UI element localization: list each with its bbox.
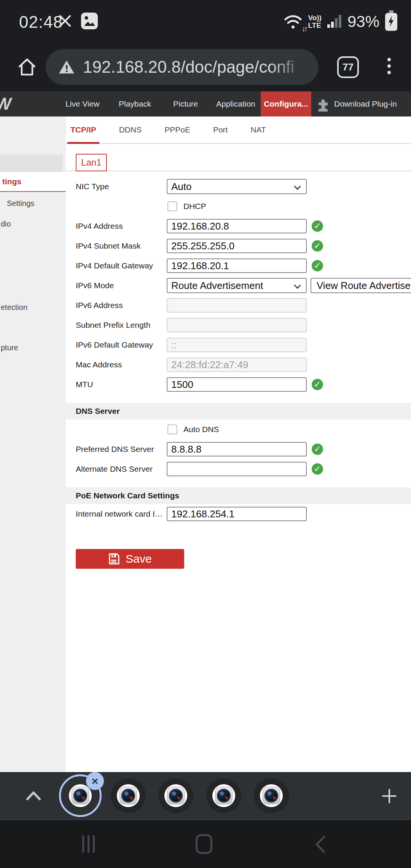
- screenshot-image-icon: [81, 12, 98, 31]
- form-row-auto-dns: Auto DNS: [66, 420, 411, 439]
- form-row-ipv6-mode: IPv6 ModeRoute AdvertisementView Route A…: [66, 276, 411, 295]
- camera-tile: [215, 787, 233, 804]
- volte-icon: Vo)) LTE: [308, 14, 322, 29]
- ipv4-subnet-mask-input[interactable]: 255.255.255.0: [167, 239, 307, 253]
- ipv4-address-input[interactable]: 192.168.20.8: [167, 219, 307, 233]
- download-plugin-link[interactable]: Download Plug-in: [334, 91, 397, 116]
- camera-disc: [69, 784, 92, 807]
- android-home-button[interactable]: [196, 834, 212, 854]
- form-row-ipv4-subnet-mask: IPv4 Subnet Mask255.255.255.0✓: [66, 236, 411, 256]
- form-row-internal-network-card-ipv4: Internal network card IPv4...192.168.254…: [66, 504, 411, 524]
- tab-ddns[interactable]: DDNS: [116, 116, 145, 143]
- tab-count-button[interactable]: 77: [337, 56, 359, 78]
- ipv6-mode-select[interactable]: Route Advertisement: [167, 278, 307, 293]
- camera-disc: [164, 784, 187, 807]
- nav-picture[interactable]: Picture: [173, 91, 198, 116]
- camera-tile: [119, 787, 137, 804]
- insecure-warning-icon: [59, 60, 75, 74]
- save-button[interactable]: Save: [76, 549, 184, 569]
- url-text: 192.168.20.8/doc/page/confi: [83, 57, 294, 77]
- floating-camera-dock: ×: [0, 772, 411, 819]
- sidebar-item-etection[interactable]: etection: [1, 303, 27, 312]
- camera-disc: [260, 784, 283, 807]
- camera-tile: [72, 787, 89, 804]
- field-label: IPv4 Default Gateway: [66, 261, 167, 270]
- camera-app-icon-4[interactable]: [206, 778, 241, 813]
- camera-app-icon-3[interactable]: [158, 778, 193, 813]
- url-bar[interactable]: 192.168.20.8/doc/page/confi: [46, 49, 318, 85]
- camera-app-icon-2[interactable]: [111, 778, 146, 813]
- field-label: Preferred DNS Server: [66, 445, 167, 454]
- camera-disc: [117, 784, 140, 807]
- wifi-traffic-arrows-icon: ↓↑: [301, 24, 306, 33]
- alternate-dns-server-input[interactable]: [167, 462, 307, 476]
- settings-content: TCP/IPDDNSPPPoEPortNAT Lan1 NIC TypeAuto…: [66, 116, 411, 772]
- internal-network-card-ipv4-input[interactable]: 192.168.254.1: [167, 507, 307, 521]
- field-label: IPv4 Address: [66, 222, 167, 231]
- field-label: Subnet Prefix Length: [66, 321, 167, 330]
- subnet-prefix-length-input: [167, 318, 307, 332]
- nic-type-select[interactable]: Auto: [167, 179, 307, 194]
- form-row-mtu: MTU1500✓: [66, 375, 411, 394]
- back-button[interactable]: [314, 835, 327, 855]
- field-label: Mac Address: [66, 360, 167, 369]
- camera-tile: [167, 787, 185, 804]
- dhcp-checkbox[interactable]: [167, 201, 177, 211]
- ipv4-default-gateway-input[interactable]: 192.168.20.1: [167, 258, 307, 273]
- form-row-preferred-dns-server: Preferred DNS Server8.8.8.8✓: [66, 439, 411, 459]
- nav-application[interactable]: Application: [216, 91, 255, 116]
- wifi-icon: ↓↑: [283, 13, 303, 31]
- field-label: IPv6 Address: [66, 301, 167, 310]
- form-row-ipv4-default-gateway: IPv4 Default Gateway192.168.20.1✓: [66, 256, 411, 276]
- sidebar-selected-block[interactable]: [0, 155, 63, 172]
- mtu-input[interactable]: 1500: [167, 377, 307, 392]
- camera-tile: [263, 787, 280, 804]
- nav-configuration-active[interactable]: Configura...: [261, 91, 311, 116]
- chevron-up-icon[interactable]: [24, 790, 43, 803]
- close-icon[interactable]: ×: [86, 772, 104, 790]
- sidebar-item-pture[interactable]: pture: [1, 343, 18, 352]
- save-label: Save: [126, 552, 151, 565]
- auto-dns-checkbox[interactable]: [167, 424, 177, 434]
- camera-lens-icon: [121, 789, 135, 803]
- nav-playback[interactable]: Playback: [119, 91, 151, 116]
- camera-lens-icon: [73, 789, 87, 803]
- checkbox-label: Auto DNS: [183, 425, 219, 434]
- nav-live-view[interactable]: Live View: [65, 91, 100, 116]
- valid-check-icon: ✓: [312, 463, 323, 475]
- home-icon[interactable]: [17, 57, 37, 79]
- lan1-tab[interactable]: Lan1: [76, 154, 107, 171]
- sidebar-item-settings[interactable]: Settings: [7, 199, 34, 208]
- chevron-down-icon: [294, 183, 301, 190]
- form-row-ipv6-default-gateway: IPv6 Default Gateway::: [66, 335, 411, 355]
- form-row-alternate-dns-server: Alternate DNS Server✓: [66, 459, 411, 479]
- recents-button[interactable]: [82, 835, 95, 853]
- tab-tcp-ip[interactable]: TCP/IP: [67, 116, 99, 143]
- browser-menu-button[interactable]: [386, 56, 392, 76]
- section-header-poe-network-card-settings: PoE Network Card Settings: [66, 487, 411, 504]
- plugin-puzzle-icon: [316, 97, 330, 113]
- url-fade-overlay: [269, 49, 318, 85]
- select-value: Route Advertisement: [171, 280, 263, 292]
- tab-port[interactable]: Port: [210, 116, 231, 143]
- valid-check-icon: ✓: [312, 220, 323, 232]
- browser-toolbar: 192.168.20.8/doc/page/confi 77: [0, 43, 411, 91]
- form-row-ipv4-address: IPv4 Address192.168.20.8✓: [66, 216, 411, 236]
- valid-check-icon: ✓: [312, 444, 323, 455]
- form-row-mac-address: Mac Address24:28:fd:22:a7:49: [66, 355, 411, 375]
- preferred-dns-server-input[interactable]: 8.8.8.8: [167, 442, 307, 456]
- valid-check-icon: ✓: [312, 260, 323, 271]
- sidebar-item-dio[interactable]: dio: [1, 220, 11, 228]
- form-row-nic-type: NIC TypeAuto: [66, 177, 411, 196]
- camera-app-icon-1[interactable]: ×: [63, 778, 98, 813]
- camera-lens-icon: [264, 789, 278, 803]
- add-camera-button[interactable]: [382, 789, 397, 803]
- camera-app-icon-5[interactable]: [254, 778, 289, 813]
- ipv6-address-input: [167, 298, 307, 313]
- tab-pppoe[interactable]: PPPoE: [161, 116, 193, 143]
- sidebar-item-tings[interactable]: tings: [0, 172, 66, 192]
- tab-nat[interactable]: NAT: [247, 116, 269, 143]
- settings-sidebar: tingsSettingsdioetectionpture: [0, 116, 66, 772]
- view-route-advertiseme-button[interactable]: View Route Advertiseme: [311, 278, 411, 293]
- camera-lens-icon: [169, 789, 183, 803]
